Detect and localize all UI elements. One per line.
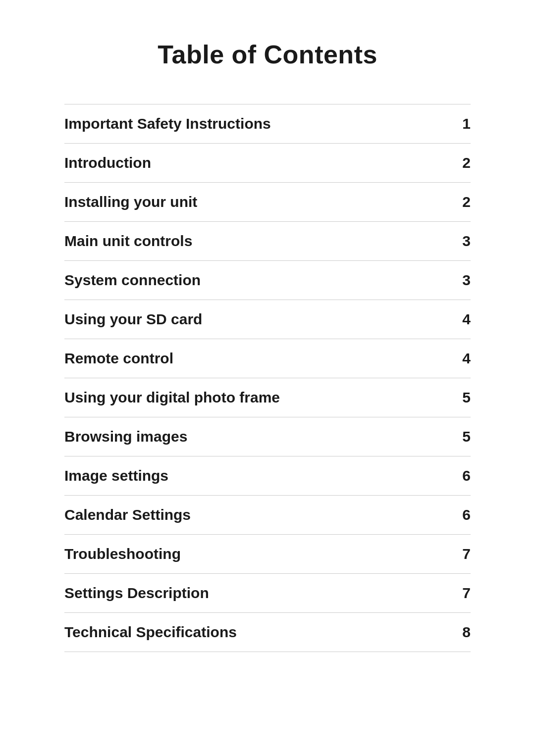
table-row: System connection3 — [64, 261, 471, 300]
table-row: Using your SD card4 — [64, 300, 471, 339]
page-title: Table of Contents — [64, 40, 471, 69]
toc-entry-page: 2 — [441, 144, 471, 183]
toc-entry-label: Browsing images — [64, 417, 441, 456]
toc-entry-label: Remote control — [64, 339, 441, 378]
toc-entry-label: Using your digital photo frame — [64, 378, 441, 417]
toc-entry-label: Important Safety Instructions — [64, 104, 441, 144]
table-row: Calendar Settings6 — [64, 496, 471, 535]
toc-table: Important Safety Instructions1Introducti… — [64, 104, 471, 652]
toc-entry-page: 3 — [441, 261, 471, 300]
toc-entry-page: 4 — [441, 339, 471, 378]
toc-entry-page: 7 — [441, 574, 471, 613]
toc-entry-page: 8 — [441, 613, 471, 652]
toc-entry-label: Image settings — [64, 456, 441, 496]
toc-entry-label: Using your SD card — [64, 300, 441, 339]
table-row: Installing your unit2 — [64, 183, 471, 222]
toc-entry-page: 6 — [441, 496, 471, 535]
table-row: Browsing images5 — [64, 417, 471, 456]
table-row: Using your digital photo frame5 — [64, 378, 471, 417]
toc-entry-label: Main unit controls — [64, 222, 441, 261]
toc-entry-page: 7 — [441, 535, 471, 574]
table-row: Remote control4 — [64, 339, 471, 378]
toc-entry-page: 2 — [441, 183, 471, 222]
table-row: Troubleshooting7 — [64, 535, 471, 574]
toc-entry-label: Settings Description — [64, 574, 441, 613]
toc-entry-label: System connection — [64, 261, 441, 300]
table-row: Main unit controls3 — [64, 222, 471, 261]
toc-entry-page: 5 — [441, 417, 471, 456]
toc-entry-label: Installing your unit — [64, 183, 441, 222]
toc-entry-label: Introduction — [64, 144, 441, 183]
toc-entry-page: 5 — [441, 378, 471, 417]
table-row: Important Safety Instructions1 — [64, 104, 471, 144]
toc-entry-label: Troubleshooting — [64, 535, 441, 574]
table-row: Settings Description7 — [64, 574, 471, 613]
table-row: Image settings6 — [64, 456, 471, 496]
table-row: Technical Specifications8 — [64, 613, 471, 652]
toc-entry-label: Technical Specifications — [64, 613, 441, 652]
toc-entry-page: 6 — [441, 456, 471, 496]
toc-entry-label: Calendar Settings — [64, 496, 441, 535]
toc-entry-page: 1 — [441, 104, 471, 144]
toc-entry-page: 3 — [441, 222, 471, 261]
page-container: Table of Contents Important Safety Instr… — [0, 0, 535, 756]
table-row: Introduction2 — [64, 144, 471, 183]
toc-entry-page: 4 — [441, 300, 471, 339]
